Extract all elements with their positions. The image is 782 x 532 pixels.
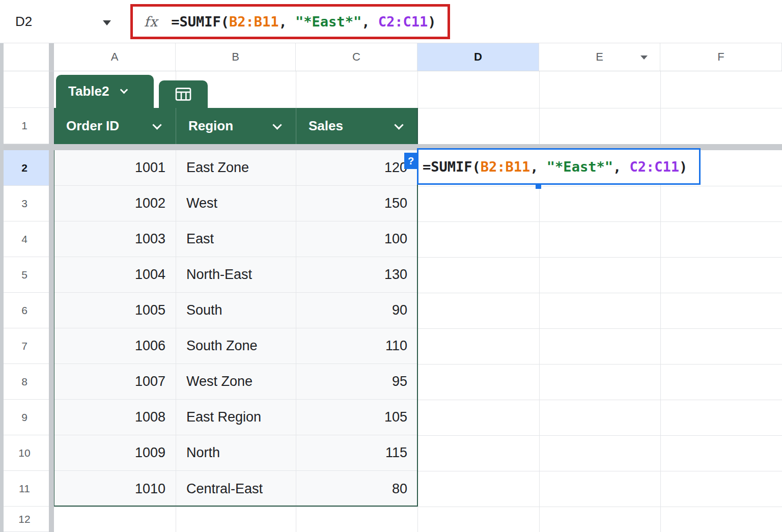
column-letter: C [352, 50, 360, 64]
table-body: 1001East Zone1201002West1501003East10010… [54, 150, 417, 507]
formula-input[interactable]: =SUMIF(B2:B11, "*East*", C2:C11) [171, 14, 436, 30]
table-cell[interactable]: 1007 [54, 364, 176, 399]
row-header-6[interactable]: 6 [0, 293, 49, 328]
cell-editor-formula: =SUMIF(B2:B11, "*East*", C2:C11) [423, 159, 687, 175]
row-header-blank [0, 71, 49, 108]
table-cell[interactable]: 1008 [54, 400, 176, 435]
chevron-down-icon[interactable] [152, 120, 161, 129]
column-header-e[interactable]: E [539, 43, 660, 71]
table-name-chip[interactable]: Table2 [56, 75, 154, 108]
row-number: 8 [21, 376, 27, 388]
row-header-12[interactable]: 12 [0, 507, 49, 532]
row-headers: 123456789101112 [0, 71, 49, 532]
table-column-label: Order ID [66, 118, 119, 134]
table-column-label: Sales [309, 118, 343, 134]
table-row: 1010Central-East80 [54, 471, 417, 507]
table-cell[interactable]: 1001 [54, 150, 176, 185]
formula-token: C2:C11 [629, 159, 679, 175]
row-header-9[interactable]: 9 [0, 400, 49, 435]
row-header-4[interactable]: 4 [0, 221, 49, 257]
table-cell[interactable]: West [176, 186, 296, 221]
chevron-down-icon[interactable] [272, 120, 282, 129]
column-dropdown-icon[interactable] [640, 55, 648, 60]
table-cell[interactable]: 110 [296, 328, 417, 363]
table-cell[interactable]: 1005 [54, 293, 176, 328]
row-number: 3 [21, 198, 27, 210]
table-cell[interactable]: 1009 [54, 435, 176, 470]
formula-help-badge[interactable]: ? [404, 153, 417, 169]
name-box-dropdown-icon[interactable] [103, 20, 111, 25]
column-letter: D [474, 50, 482, 64]
row-header-5[interactable]: 5 [0, 257, 49, 293]
formula-token: =SUMIF( [171, 14, 229, 30]
table-row: 1008East Region105 [54, 400, 417, 435]
table-cell[interactable]: East [176, 221, 296, 257]
table-cell[interactable]: 150 [296, 186, 417, 221]
row-header-3[interactable]: 3 [0, 186, 49, 221]
row-number: 6 [21, 304, 27, 317]
table-cell[interactable]: 1002 [54, 186, 176, 221]
table-icon [175, 87, 191, 101]
row-number: 12 [18, 513, 30, 525]
chevron-down-icon [120, 86, 128, 94]
table-cell[interactable]: North [176, 435, 296, 470]
table-cell[interactable]: North-East [176, 257, 296, 292]
table-icon-chip[interactable] [159, 80, 208, 108]
formula-token: "*East*" [295, 14, 361, 30]
column-letter: A [111, 50, 119, 64]
table-cell[interactable]: 115 [296, 435, 417, 470]
formula-token: "*East*" [547, 159, 613, 175]
table-cell[interactable]: West Zone [176, 364, 296, 399]
table-cell[interactable]: East Zone [176, 150, 296, 185]
table-cell[interactable]: 105 [296, 400, 417, 435]
formula-token: ) [428, 14, 436, 30]
table-cell[interactable]: 100 [296, 221, 417, 257]
column-header-a[interactable]: A [54, 43, 176, 71]
row-number: 2 [21, 162, 27, 174]
formula-token: ) [679, 159, 687, 175]
fill-handle[interactable] [536, 183, 541, 189]
column-header-f[interactable]: F [660, 43, 782, 71]
table-column-header-order-id[interactable]: Order ID [54, 108, 176, 144]
column-header-b[interactable]: B [176, 43, 296, 71]
column-header-d[interactable]: D [417, 43, 539, 71]
table-cell[interactable]: 1004 [54, 257, 176, 292]
table-cell[interactable]: 1010 [54, 471, 176, 507]
table-cell[interactable]: 95 [296, 364, 417, 399]
row-number: 9 [21, 411, 27, 424]
table-cell[interactable]: 1006 [54, 328, 176, 363]
frozen-column-divider[interactable] [49, 43, 54, 532]
table-cell[interactable]: 130 [296, 257, 417, 292]
table-cell[interactable]: 90 [296, 293, 417, 328]
row-header-7[interactable]: 7 [0, 328, 49, 364]
row-number: 1 [21, 120, 27, 132]
formula-token: C2:C11 [378, 14, 428, 30]
table-column-header-region[interactable]: Region [176, 108, 296, 144]
select-all-corner[interactable] [0, 43, 49, 71]
table-row: 1005South90 [54, 293, 417, 328]
table-cell[interactable]: 120 [296, 150, 417, 185]
table-name-label: Table2 [68, 83, 109, 99]
row-header-1[interactable]: 1 [0, 108, 49, 144]
formula-bar: D2 fx =SUMIF(B2:B11, "*East*", C2:C11) [0, 0, 782, 43]
row-number: 4 [21, 233, 27, 245]
row-header-10[interactable]: 10 [0, 435, 49, 471]
cell-editor[interactable]: =SUMIF(B2:B11, "*East*", C2:C11) [417, 148, 701, 185]
column-letter: B [232, 50, 239, 64]
table-row: 1002West150 [54, 186, 417, 221]
table-cell[interactable]: Central-East [176, 471, 296, 507]
column-header-c[interactable]: C [296, 43, 417, 71]
table-cell[interactable]: 80 [296, 471, 417, 507]
gridline-horizontal [54, 507, 782, 507]
table-column-header-sales[interactable]: Sales [296, 108, 417, 144]
row-header-11[interactable]: 11 [0, 471, 49, 507]
table-cell[interactable]: 1003 [54, 221, 176, 257]
table-cell[interactable]: East Region [176, 400, 296, 435]
row-header-2[interactable]: 2 [0, 150, 49, 186]
table-column-label: Region [188, 118, 233, 134]
row-header-8[interactable]: 8 [0, 364, 49, 400]
table-cell[interactable]: South Zone [176, 328, 296, 363]
row-number: 7 [21, 340, 27, 352]
chevron-down-icon[interactable] [394, 120, 403, 129]
table-cell[interactable]: South [176, 293, 296, 328]
